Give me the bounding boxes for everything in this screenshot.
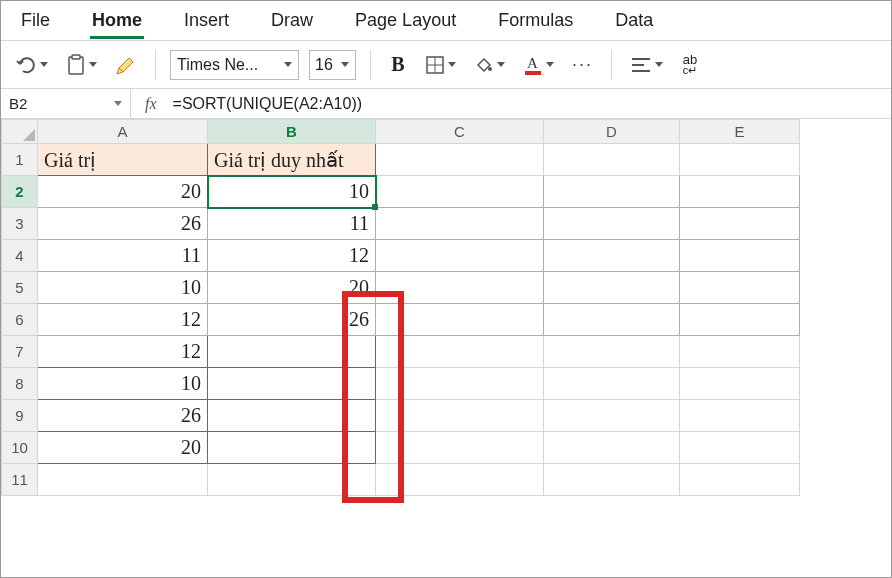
cell-A9[interactable]: 26 [38,400,208,432]
cell-A5[interactable]: 10 [38,272,208,304]
cell-B1[interactable]: Giá trị duy nhất [208,144,376,176]
cell-A10[interactable]: 20 [38,432,208,464]
row-header[interactable]: 3 [2,208,38,240]
cell-B2[interactable]: 10 [208,176,376,208]
cell[interactable] [544,240,680,272]
cell[interactable] [680,368,800,400]
cell[interactable] [544,272,680,304]
font-color-button[interactable]: A [519,50,558,80]
cell[interactable] [376,432,544,464]
row-header[interactable]: 6 [2,304,38,336]
cell[interactable] [544,368,680,400]
cell-A8[interactable]: 10 [38,368,208,400]
cell-B11[interactable] [208,464,376,496]
cell[interactable] [376,208,544,240]
cell[interactable] [544,336,680,368]
cell[interactable] [376,464,544,496]
cell[interactable] [680,336,800,368]
row-header[interactable]: 2 [2,176,38,208]
cell[interactable] [376,336,544,368]
tab-draw[interactable]: Draw [263,6,321,41]
svg-rect-1 [72,55,80,59]
cell-C1[interactable] [376,144,544,176]
fill-color-button[interactable] [470,50,509,80]
name-box[interactable]: B2 [1,89,131,118]
cell-E2[interactable] [680,176,800,208]
cell-D2[interactable] [544,176,680,208]
wrap-text-button[interactable]: ab c↵ [677,50,703,80]
cell-B9[interactable] [208,400,376,432]
cell[interactable] [376,368,544,400]
cell-A6[interactable]: 12 [38,304,208,336]
paste-button[interactable] [62,50,101,80]
tab-data[interactable]: Data [607,6,661,41]
cell[interactable] [680,208,800,240]
tab-formulas[interactable]: Formulas [490,6,581,41]
cell[interactable] [544,432,680,464]
cell[interactable] [680,400,800,432]
row-header[interactable]: 1 [2,144,38,176]
cell-A4[interactable]: 11 [38,240,208,272]
cell[interactable] [680,432,800,464]
cell-A3[interactable]: 26 [38,208,208,240]
row-header[interactable]: 4 [2,240,38,272]
tab-file[interactable]: File [13,6,58,41]
cell[interactable] [680,304,800,336]
formula-bar-row: B2 fx =SORT(UNIQUE(A2:A10)) [1,89,891,119]
spreadsheet-grid[interactable]: A B C D E 1 Giá trị Giá trị duy nhất 2 2… [1,119,800,496]
more-font-button[interactable]: ··· [568,50,597,80]
row-header[interactable]: 11 [2,464,38,496]
font-size-select[interactable]: 16 [309,50,356,80]
cell-B7[interactable] [208,336,376,368]
tab-home[interactable]: Home [84,6,150,41]
cell-C2[interactable] [376,176,544,208]
cell-D1[interactable] [544,144,680,176]
col-header-D[interactable]: D [544,120,680,144]
col-header-C[interactable]: C [376,120,544,144]
cell-B3[interactable]: 11 [208,208,376,240]
row-header[interactable]: 5 [2,272,38,304]
cell-B8[interactable] [208,368,376,400]
cell[interactable] [376,272,544,304]
bold-button[interactable]: B [385,50,411,80]
select-all-corner[interactable] [2,120,38,144]
fx-icon[interactable]: fx [131,95,167,113]
row-header[interactable]: 9 [2,400,38,432]
name-box-value: B2 [9,95,27,112]
chevron-down-icon [448,62,456,67]
cell[interactable] [544,464,680,496]
cell-A1[interactable]: Giá trị [38,144,208,176]
cell-B10[interactable] [208,432,376,464]
cell[interactable] [376,240,544,272]
cell-A2[interactable]: 20 [38,176,208,208]
undo-button[interactable] [11,50,52,80]
cell[interactable] [680,272,800,304]
align-button[interactable] [626,50,667,80]
col-header-E[interactable]: E [680,120,800,144]
tab-page-layout[interactable]: Page Layout [347,6,464,41]
wrap-text-icon: ab c↵ [683,55,698,75]
formula-input[interactable]: =SORT(UNIQUE(A2:A10)) [167,95,891,113]
cell-B5[interactable]: 20 [208,272,376,304]
cell-E1[interactable] [680,144,800,176]
cell-A11[interactable] [38,464,208,496]
row-header[interactable]: 7 [2,336,38,368]
row-header[interactable]: 10 [2,432,38,464]
cell[interactable] [544,304,680,336]
font-name-select[interactable]: Times Ne... [170,50,299,80]
cell-B4[interactable]: 12 [208,240,376,272]
tab-insert[interactable]: Insert [176,6,237,41]
cell[interactable] [544,208,680,240]
cell[interactable] [376,304,544,336]
cell[interactable] [680,240,800,272]
cell[interactable] [680,464,800,496]
cell-B6[interactable]: 26 [208,304,376,336]
col-header-A[interactable]: A [38,120,208,144]
cell[interactable] [376,400,544,432]
col-header-B[interactable]: B [208,120,376,144]
cell-A7[interactable]: 12 [38,336,208,368]
borders-button[interactable] [421,50,460,80]
format-painter-button[interactable] [111,50,141,80]
row-header[interactable]: 8 [2,368,38,400]
cell[interactable] [544,400,680,432]
